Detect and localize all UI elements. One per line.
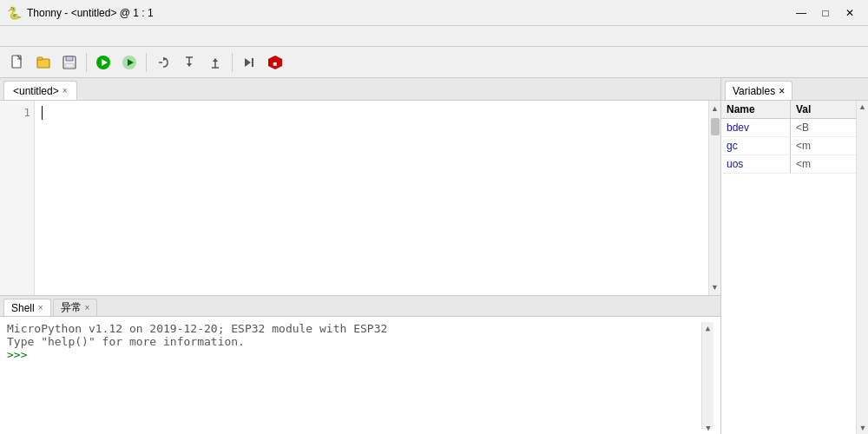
editor-tabs: <untitled> × [0, 78, 720, 101]
menu-bar [0, 26, 868, 47]
right-panel: Variables × Name Val bdev <B gc <m [720, 78, 868, 434]
editor-area[interactable]: 1 ▲ ▼ [0, 101, 720, 295]
shell-tab-label: Shell [11, 302, 35, 314]
line-number-1: 1 [3, 106, 30, 119]
run-button[interactable] [91, 50, 115, 75]
shell-scrollbar[interactable]: ▲ ▼ [701, 322, 713, 429]
app-icon: 🐍 [7, 6, 22, 20]
save-file-button[interactable] [57, 50, 82, 75]
variables-table-wrapper: Name Val bdev <B gc <m uos <m ▲ ▼ [721, 101, 868, 434]
variables-tab[interactable]: Variables × [725, 81, 792, 100]
var-row-uos[interactable]: uos <m [721, 155, 856, 174]
bottom-panel: Shell × 异常 × MicroPython v1.12 on 2019-1… [0, 295, 720, 434]
editor-tab-untitled[interactable]: <untitled> × [3, 81, 77, 100]
var-name-uos: uos [721, 155, 791, 173]
shell-prompt[interactable]: >>> [7, 348, 701, 361]
stop-button[interactable]: ■ [263, 50, 287, 75]
svg-rect-5 [65, 63, 74, 68]
svg-rect-4 [66, 56, 73, 61]
shell-scroll-down[interactable]: ▼ [702, 424, 714, 432]
close-button[interactable]: ✕ [838, 4, 861, 22]
variables-header: Name Val [721, 101, 856, 119]
open-file-button[interactable] [31, 50, 56, 75]
main-content: <untitled> × 1 ▲ ▼ Shel [0, 78, 868, 434]
var-val-header: Val [791, 101, 856, 118]
variables-tab-close[interactable]: × [779, 85, 785, 97]
svg-rect-2 [37, 57, 43, 60]
maximize-button[interactable]: □ [814, 4, 837, 22]
var-name-header: Name [721, 101, 791, 118]
var-name-bdev: bdev [721, 119, 791, 136]
svg-marker-18 [245, 58, 251, 67]
var-scroll-down[interactable]: ▼ [857, 424, 868, 432]
debug-button[interactable] [117, 50, 141, 75]
shell-line-2: Type "help()" for more information. [7, 335, 701, 348]
code-editor[interactable] [35, 101, 708, 295]
scroll-down-arrow[interactable]: ▼ [709, 281, 720, 293]
title-bar: 🐍 Thonny - <untitled> @ 1 : 1 — □ ✕ [0, 0, 868, 26]
variables-tabs: Variables × [721, 78, 868, 101]
tab-close-btn[interactable]: × [62, 86, 68, 95]
minimize-button[interactable]: — [790, 4, 812, 22]
separator-3 [232, 53, 233, 72]
line-numbers: 1 [0, 101, 35, 295]
scroll-up-arrow[interactable]: ▲ [709, 102, 720, 115]
shell-tab-shell[interactable]: Shell × [3, 299, 51, 316]
left-panel: <untitled> × 1 ▲ ▼ Shel [0, 78, 720, 434]
title-text: Thonny - <untitled> @ 1 : 1 [27, 7, 790, 19]
separator-2 [146, 53, 147, 72]
shell-content[interactable]: MicroPython v1.12 on 2019-12-20; ESP32 m… [0, 317, 720, 434]
toolbar: ■ [0, 47, 868, 78]
svg-marker-16 [213, 58, 218, 62]
var-row-gc[interactable]: gc <m [721, 137, 856, 155]
shell-tab-exception[interactable]: 异常 × [53, 299, 98, 316]
tab-label: <untitled> [13, 85, 59, 97]
text-cursor [42, 106, 43, 120]
editor-scrollbar[interactable]: ▲ ▼ [708, 101, 720, 295]
variables-table: Name Val bdev <B gc <m uos <m [721, 101, 856, 434]
cursor-line [42, 106, 701, 120]
new-file-button[interactable] [5, 50, 30, 75]
var-scrollbar[interactable]: ▲ ▼ [856, 101, 868, 434]
shell-scroll-up[interactable]: ▲ [702, 322, 713, 332]
var-row-bdev[interactable]: bdev <B [721, 119, 856, 137]
svg-marker-13 [187, 63, 192, 67]
exception-tab-close[interactable]: × [85, 303, 90, 312]
var-val-uos: <m [791, 155, 856, 173]
step-over-button[interactable] [151, 50, 175, 75]
shell-text: MicroPython v1.12 on 2019-12-20; ESP32 m… [7, 322, 701, 429]
resume-button[interactable] [237, 50, 261, 75]
var-val-bdev: <B [791, 119, 856, 136]
var-scroll-up[interactable]: ▲ [857, 101, 868, 111]
window-controls: — □ ✕ [790, 4, 861, 22]
var-name-gc: gc [721, 137, 791, 155]
shell-line-1: MicroPython v1.12 on 2019-12-20; ESP32 m… [7, 322, 701, 335]
scroll-thumb[interactable] [711, 118, 720, 135]
step-into-button[interactable] [177, 50, 201, 75]
var-val-gc: <m [791, 137, 856, 155]
shell-tab-close[interactable]: × [38, 303, 43, 312]
variables-tab-label: Variables [733, 85, 775, 97]
shell-tabs: Shell × 异常 × [0, 296, 720, 317]
separator-1 [86, 53, 87, 72]
step-out-button[interactable] [203, 50, 227, 75]
svg-text:■: ■ [273, 60, 278, 68]
exception-tab-label: 异常 [61, 300, 82, 315]
